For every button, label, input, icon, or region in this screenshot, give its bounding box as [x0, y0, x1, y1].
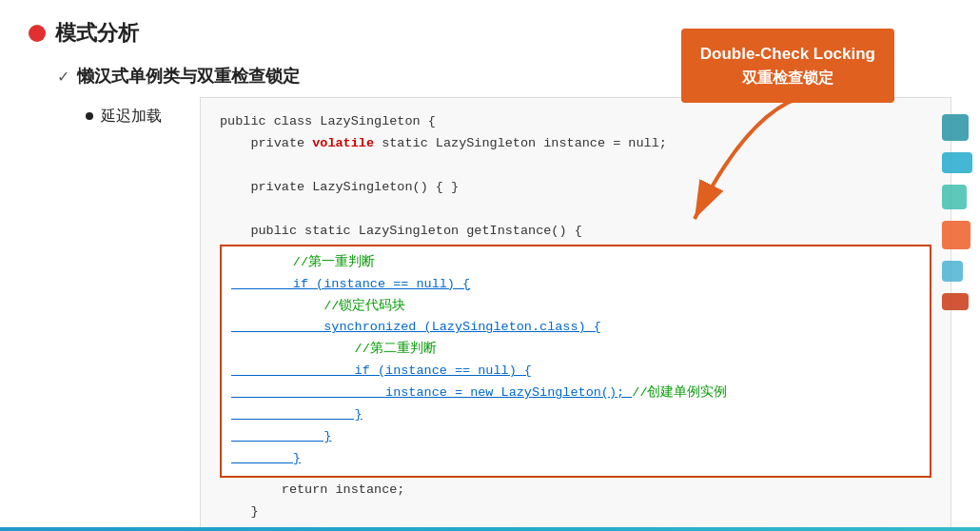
arrow-icon [666, 86, 837, 238]
code-hl-8: } [231, 404, 920, 426]
callout-line1: Double-Check Locking [700, 42, 875, 67]
code-close-1: } [220, 502, 931, 523]
code-hl-4: synchronized (LazySingleton.class) { [231, 317, 920, 339]
bullet-dot-icon [86, 112, 93, 120]
code-block: public class LazySingleton { private vol… [200, 97, 951, 531]
bottom-border [0, 527, 980, 531]
code-return: return instance; [220, 480, 931, 502]
section-title-text: 模式分析 [55, 19, 139, 48]
code-hl-10: } [231, 448, 920, 470]
deco-sq-2 [942, 152, 972, 173]
code-hl-7: instance = new LazySingleton(); //创建单例实例 [231, 383, 920, 404]
code-hl-3: //锁定代码块 [231, 296, 920, 318]
checkmark-label: 懒汉式单例类与双重检查锁定 [77, 65, 300, 88]
deco-sq-1 [942, 114, 969, 141]
bullet-label: 延迟加载 [101, 103, 177, 127]
deco-sq-3 [942, 185, 967, 209]
code-hl-6: if (instance == null) { [231, 361, 920, 383]
checkmark-icon: ✓ [57, 68, 69, 86]
deco-sq-6 [942, 293, 969, 310]
page-container: 模式分析 ✓ 懒汉式单例类与双重检查锁定 延迟加载 public class L… [0, 0, 980, 531]
code-hl-2: if (instance == null) { [231, 274, 920, 296]
code-hl-9: } [231, 426, 920, 448]
decoration-squares [942, 114, 980, 310]
red-dot-icon [29, 25, 46, 42]
code-hl-5: //第二重判断 [231, 339, 920, 361]
deco-sq-5 [942, 261, 963, 282]
deco-sq-4 [942, 221, 970, 249]
highlight-box: //第一重判断 if (instance == null) { //锁定代码块 … [220, 245, 931, 478]
code-hl-1: //第一重判断 [231, 252, 920, 274]
